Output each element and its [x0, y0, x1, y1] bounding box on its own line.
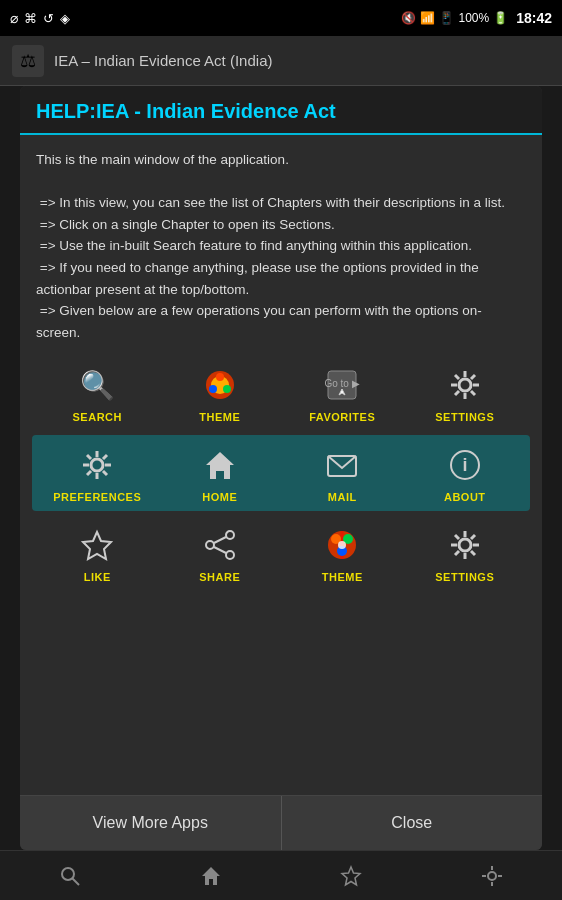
svg-point-32	[206, 541, 214, 549]
refresh-icon: ↺	[43, 11, 54, 26]
app-icon: ⚖	[12, 45, 44, 77]
svg-marker-26	[206, 452, 234, 479]
svg-point-8	[459, 379, 471, 391]
svg-text:i: i	[462, 455, 467, 475]
share-icon	[198, 523, 242, 567]
search-icon: 🔍	[75, 363, 119, 407]
icon-settings-2[interactable]: SETTINGS	[404, 523, 527, 583]
bottom-nav-settings[interactable]	[467, 856, 517, 896]
preferences-label: PREFERENCES	[53, 491, 141, 503]
svg-line-14	[471, 391, 475, 395]
rss-icon: ◈	[60, 11, 70, 26]
svg-line-16	[455, 391, 459, 395]
settings-label-2: SETTINGS	[435, 571, 494, 583]
svg-point-55	[488, 872, 496, 880]
bottom-nav-home[interactable]	[186, 856, 236, 896]
bottom-nav-search[interactable]	[45, 856, 95, 896]
close-button[interactable]: Close	[282, 796, 543, 850]
icon-row-2: PREFERENCES HOME MAIL	[32, 435, 530, 511]
about-icon: i	[443, 443, 487, 487]
svg-point-42	[459, 539, 471, 551]
svg-line-52	[73, 878, 80, 885]
mail-icon	[320, 443, 364, 487]
svg-line-13	[455, 375, 459, 379]
like-label: LIKE	[84, 571, 111, 583]
svg-line-24	[103, 455, 107, 459]
status-left-icons: ⌀ ⌘ ↺ ◈	[10, 10, 70, 26]
svg-point-51	[62, 868, 74, 880]
icon-share[interactable]: SHARE	[159, 523, 282, 583]
home-label: HOME	[202, 491, 237, 503]
mute-icon: 🔇	[401, 11, 416, 25]
home-icon	[198, 443, 242, 487]
icon-settings-1[interactable]: SETTINGS	[404, 363, 527, 423]
theme-icon	[198, 363, 242, 407]
settings-label-1: SETTINGS	[435, 411, 494, 423]
svg-line-47	[455, 535, 459, 539]
icon-row-1: 🔍 SEARCH THEME	[36, 355, 526, 431]
status-bar: ⌀ ⌘ ↺ ◈ 🔇 📶 📱 100% 🔋 18:42	[0, 0, 562, 36]
battery-icon: 🔋	[493, 11, 508, 25]
icon-home[interactable]: HOME	[159, 443, 282, 503]
wifi-icon: 📶	[420, 11, 435, 25]
svg-point-17	[91, 459, 103, 471]
share-label: SHARE	[199, 571, 240, 583]
svg-point-2	[216, 373, 224, 381]
icon-row-3: LIKE SHARE	[36, 515, 526, 591]
favorites-icon: Go to ▶	[320, 363, 364, 407]
app-bar: ⚖ IEA – Indian Evidence Act (India)	[0, 36, 562, 86]
help-body-text: This is the main window of the applicati…	[36, 149, 526, 343]
svg-line-22	[87, 455, 91, 459]
bottom-nav	[0, 850, 562, 900]
help-dialog: HELP:IEA - Indian Evidence Act This is t…	[20, 86, 542, 850]
svg-line-23	[103, 471, 107, 475]
svg-line-25	[87, 471, 91, 475]
settings-icon-2	[443, 523, 487, 567]
icon-theme-2[interactable]: THEME	[281, 523, 404, 583]
signal-icon: 📱	[439, 11, 454, 25]
svg-line-49	[471, 535, 475, 539]
dialog-body: This is the main window of the applicati…	[20, 135, 542, 795]
svg-line-35	[214, 547, 226, 553]
svg-line-15	[471, 375, 475, 379]
dialog-header: HELP:IEA - Indian Evidence Act	[20, 86, 542, 135]
bottom-nav-favorites[interactable]	[326, 856, 376, 896]
dialog-title: HELP:IEA - Indian Evidence Act	[36, 100, 526, 123]
icon-about[interactable]: i ABOUT	[404, 443, 527, 503]
svg-point-4	[209, 385, 217, 393]
mail-label: MAIL	[328, 491, 357, 503]
settings-icon-1	[443, 363, 487, 407]
usb-icon: ⌀	[10, 10, 18, 26]
icon-theme-1[interactable]: THEME	[159, 363, 282, 423]
icon-like[interactable]: LIKE	[36, 523, 159, 583]
preferences-icon	[75, 443, 119, 487]
svg-marker-30	[83, 532, 111, 559]
svg-marker-54	[342, 867, 360, 885]
time-display: 18:42	[516, 10, 552, 26]
svg-line-34	[214, 537, 226, 543]
theme-icon-2	[320, 523, 364, 567]
svg-line-50	[455, 551, 459, 555]
app-bar-title: IEA – Indian Evidence Act (India)	[54, 52, 272, 69]
theme-label-1: THEME	[199, 411, 240, 423]
view-more-apps-button[interactable]: View More Apps	[20, 796, 282, 850]
icon-search[interactable]: 🔍 SEARCH	[36, 363, 159, 423]
svg-point-41	[338, 541, 346, 549]
theme-label-2: THEME	[322, 571, 363, 583]
svg-line-48	[471, 551, 475, 555]
svg-text:Go to ▶: Go to ▶	[325, 378, 360, 389]
svg-marker-53	[202, 867, 220, 885]
favorites-label: FAVORITES	[309, 411, 375, 423]
about-label: ABOUT	[444, 491, 486, 503]
icon-favorites[interactable]: Go to ▶ FAVORITES	[281, 363, 404, 423]
search-label: SEARCH	[73, 411, 122, 423]
battery-text: 100%	[458, 11, 489, 25]
bluetooth-icon: ⌘	[24, 11, 37, 26]
icon-preferences[interactable]: PREFERENCES	[36, 443, 159, 503]
like-icon	[75, 523, 119, 567]
icon-mail[interactable]: MAIL	[281, 443, 404, 503]
status-right-info: 🔇 📶 📱 100% 🔋 18:42	[401, 10, 552, 26]
svg-point-31	[226, 531, 234, 539]
svg-point-3	[223, 385, 231, 393]
dialog-footer: View More Apps Close	[20, 795, 542, 850]
